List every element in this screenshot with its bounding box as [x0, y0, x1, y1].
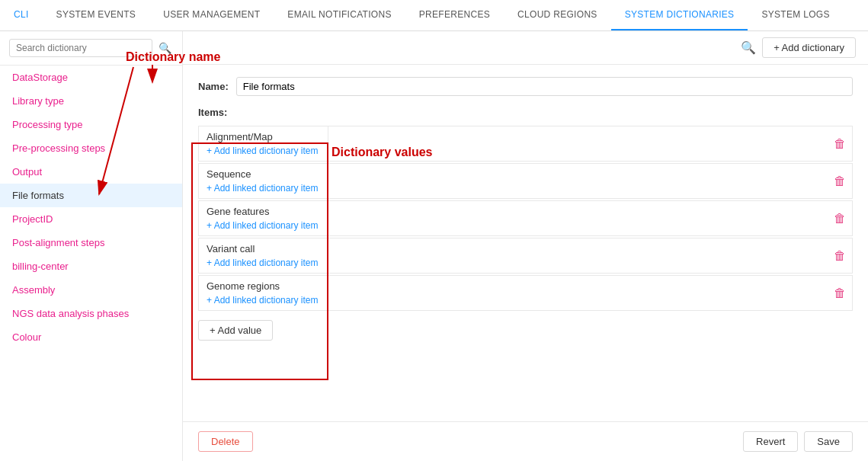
name-input[interactable] [236, 77, 853, 96]
top-nav: CLISYSTEM EVENTSUSER MANAGEMENTEMAIL NOT… [0, 0, 868, 31]
search-input[interactable] [9, 39, 152, 57]
delete-button[interactable]: Delete [198, 431, 253, 452]
dict-item-delete-4[interactable]: 🗑 [828, 276, 852, 310]
save-button[interactable]: Save [804, 431, 853, 452]
table-row: Variant call+ Add linked dictionary item… [198, 238, 853, 274]
dict-item-value-4[interactable] [328, 276, 828, 310]
dict-item-left-2: Gene features+ Add linked dictionary ite… [199, 201, 328, 235]
sidebar-item-datastorage[interactable]: DataStorage [0, 66, 182, 89]
dict-item-delete-1[interactable]: 🗑 [828, 164, 852, 198]
dict-item-delete-3[interactable]: 🗑 [828, 238, 852, 273]
sidebar: 🔍 DataStorageLibrary typeProcessing type… [0, 31, 183, 461]
add-linked-link-4[interactable]: + Add linked dictionary item [207, 295, 320, 306]
dict-item-name-4: Genome regions [207, 280, 320, 292]
sidebar-item-ngs-data-analysis-phases[interactable]: NGS data analysis phases [0, 302, 182, 325]
sidebar-item-post-alignment-steps[interactable]: Post-alignment steps [0, 231, 182, 254]
content-area: 🔍 + Add dictionary Name: Items: Alignmen… [183, 31, 868, 461]
table-row: Sequence+ Add linked dictionary item🗑 [198, 163, 853, 199]
sidebar-list: DataStorageLibrary typeProcessing typePr… [0, 66, 182, 461]
add-value-button[interactable]: + Add value [198, 320, 273, 341]
sidebar-item-colour[interactable]: Colour [0, 325, 182, 349]
add-linked-link-0[interactable]: + Add linked dictionary item [207, 146, 320, 156]
dict-item-name-2: Gene features [207, 206, 320, 217]
items-label: Items: [198, 107, 853, 118]
add-linked-link-3[interactable]: + Add linked dictionary item [207, 258, 320, 268]
dict-item-value-3[interactable] [328, 238, 828, 273]
sidebar-item-file-formats[interactable]: File formats [0, 184, 182, 207]
dict-item-delete-0[interactable]: 🗑 [828, 126, 852, 161]
dict-item-name-0: Alignment/Map [207, 131, 320, 142]
dict-item-name-1: Sequence [207, 168, 320, 180]
content-toolbar: 🔍 + Add dictionary [183, 31, 868, 65]
sidebar-item-library-type[interactable]: Library type [0, 89, 182, 113]
sidebar-item-assembly[interactable]: Assembly [0, 278, 182, 302]
add-linked-link-2[interactable]: + Add linked dictionary item [207, 220, 320, 231]
dict-item-name-3: Variant call [207, 243, 320, 254]
items-container: Alignment/Map+ Add linked dictionary ite… [198, 126, 853, 312]
dict-item-value-0[interactable] [328, 126, 828, 161]
table-row: Genome regions+ Add linked dictionary it… [198, 275, 853, 311]
name-label: Name: [198, 81, 229, 92]
add-value-row: + Add value [198, 320, 853, 341]
sidebar-search-icon[interactable]: 🔍 [157, 40, 173, 56]
dict-item-value-2[interactable] [328, 201, 828, 235]
add-linked-link-1[interactable]: + Add linked dictionary item [207, 183, 320, 194]
dict-item-left-0: Alignment/Map+ Add linked dictionary ite… [199, 126, 328, 161]
name-row: Name: [198, 77, 853, 96]
nav-item-system-dictionaries[interactable]: SYSTEM DICTIONARIES [611, 0, 748, 30]
nav-item-cloud-regions[interactable]: CLOUD REGIONS [504, 0, 611, 30]
main-layout: 🔍 DataStorageLibrary typeProcessing type… [0, 31, 868, 461]
dictionary-editor: Name: Items: Alignment/Map+ Add linked d… [183, 65, 868, 421]
sidebar-item-projectid[interactable]: ProjectID [0, 207, 182, 231]
dict-item-left-4: Genome regions+ Add linked dictionary it… [199, 276, 328, 310]
dict-item-left-1: Sequence+ Add linked dictionary item [199, 164, 328, 198]
sidebar-item-pre-processing-steps[interactable]: Pre-processing steps [0, 136, 182, 160]
table-row: Alignment/Map+ Add linked dictionary ite… [198, 126, 853, 162]
search-box: 🔍 [0, 31, 182, 66]
nav-item-system-logs[interactable]: SYSTEM LOGS [748, 0, 843, 30]
toolbar-search-icon[interactable]: 🔍 [741, 40, 756, 55]
dict-item-delete-2[interactable]: 🗑 [828, 201, 852, 235]
sidebar-item-billing-center[interactable]: billing-center [0, 254, 182, 278]
sidebar-item-processing-type[interactable]: Processing type [0, 113, 182, 136]
right-actions: Revert Save [743, 431, 853, 452]
nav-item-user-management[interactable]: USER MANAGEMENT [149, 0, 274, 30]
revert-button[interactable]: Revert [743, 431, 798, 452]
dict-item-left-3: Variant call+ Add linked dictionary item [199, 238, 328, 273]
nav-item-preferences[interactable]: PREFERENCES [405, 0, 504, 30]
add-dictionary-button[interactable]: + Add dictionary [762, 37, 856, 58]
nav-item-system-events[interactable]: SYSTEM EVENTS [43, 0, 150, 30]
table-row: Gene features+ Add linked dictionary ite… [198, 200, 853, 236]
footer-actions: Delete Revert Save [183, 421, 868, 461]
nav-item-cli[interactable]: CLI [0, 0, 43, 30]
dict-item-value-1[interactable] [328, 164, 828, 198]
nav-item-email-notifications[interactable]: EMAIL NOTIFICATIONS [274, 0, 405, 30]
sidebar-item-output[interactable]: Output [0, 160, 182, 184]
